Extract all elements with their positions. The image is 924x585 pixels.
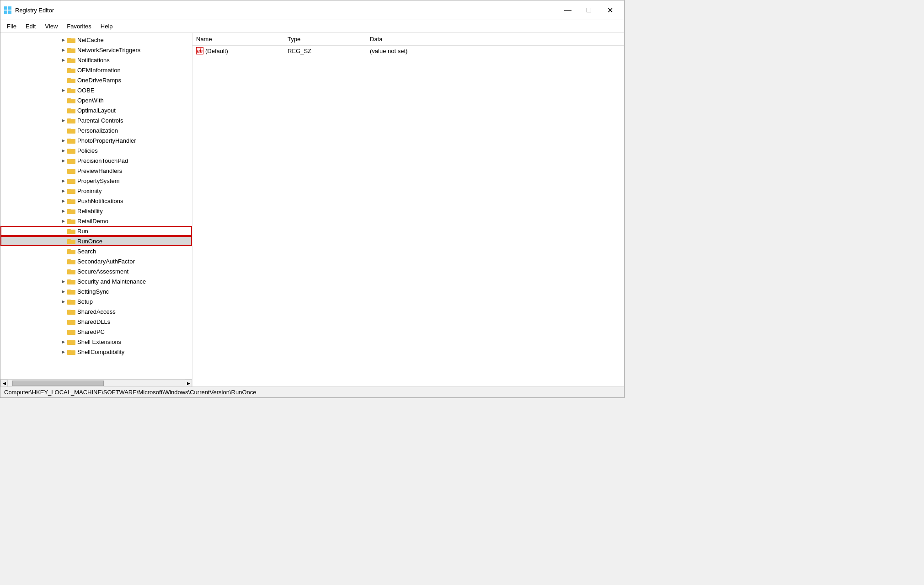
tree-item-label: PushNotifications	[77, 198, 123, 204]
expand-btn[interactable]: ▶	[60, 117, 67, 124]
tree-item[interactable]: Run	[0, 226, 192, 236]
tree-item[interactable]: ▶Parental Controls	[0, 115, 192, 125]
expand-btn[interactable]: ▶	[60, 288, 67, 295]
tree-item[interactable]: Personalization	[0, 125, 192, 135]
expand-btn[interactable]	[60, 227, 67, 235]
tree-item[interactable]: ▶NetworkServiceTriggers	[0, 45, 192, 55]
expand-btn[interactable]: ▶	[60, 56, 67, 64]
expand-btn[interactable]	[60, 76, 67, 84]
tree-item[interactable]: SharedDLLs	[0, 317, 192, 327]
expand-btn[interactable]	[60, 107, 67, 114]
status-bar: Computer\HKEY_LOCAL_MACHINE\SOFTWARE\Mic…	[0, 386, 624, 397]
expand-btn[interactable]: ▶	[60, 207, 67, 215]
h-scroll-thumb[interactable]	[12, 381, 104, 386]
tree-item[interactable]: OpenWith	[0, 95, 192, 105]
folder-icon	[67, 97, 75, 103]
expand-btn[interactable]	[60, 66, 67, 74]
expand-btn[interactable]	[60, 237, 67, 245]
expand-btn[interactable]: ▶	[60, 338, 67, 345]
expand-btn[interactable]: ▶	[60, 278, 67, 285]
svg-rect-13	[67, 79, 75, 83]
menu-favorites[interactable]: Favorites	[62, 21, 96, 32]
tree-item[interactable]: PreviewHandlers	[0, 166, 192, 176]
tree-item[interactable]: ▶ShellCompatibility	[0, 347, 192, 357]
menu-help[interactable]: Help	[96, 21, 118, 32]
close-button[interactable]: ✕	[599, 3, 620, 17]
expand-btn[interactable]	[60, 167, 67, 174]
tree-item[interactable]: OptimalLayout	[0, 105, 192, 115]
menu-edit[interactable]: Edit	[21, 21, 40, 32]
tree-item[interactable]: ▶PushNotifications	[0, 196, 192, 206]
folder-icon	[67, 157, 75, 164]
folder-icon	[67, 47, 75, 53]
expand-btn[interactable]: ▶	[60, 137, 67, 144]
tree-item[interactable]: ▶SettingSync	[0, 286, 192, 296]
tree-item[interactable]: ▶Proximity	[0, 186, 192, 196]
expand-btn[interactable]: ▶	[60, 46, 67, 54]
expand-btn[interactable]	[60, 318, 67, 325]
tree-item[interactable]: ▶OOBE	[0, 85, 192, 95]
minimize-button[interactable]: —	[557, 3, 578, 17]
tree-item[interactable]: ▶Setup	[0, 296, 192, 306]
reg-value-icon: ab	[196, 47, 203, 54]
menu-view[interactable]: View	[40, 21, 62, 32]
expand-btn[interactable]: ▶	[60, 187, 67, 194]
maximize-button[interactable]: □	[578, 3, 599, 17]
tree-item-label: Proximity	[77, 188, 101, 194]
tree-item[interactable]: ▶RetailDemo	[0, 216, 192, 226]
tree-item[interactable]: SecondaryAuthFactor	[0, 256, 192, 266]
tree-item[interactable]: SecureAssessment	[0, 266, 192, 276]
folder-icon	[67, 77, 75, 83]
folder-icon	[67, 349, 75, 355]
expand-btn[interactable]: ▶	[60, 177, 67, 184]
expand-btn[interactable]	[60, 258, 67, 265]
expand-btn[interactable]	[60, 97, 67, 104]
expand-btn[interactable]: ▶	[60, 86, 67, 94]
folder-icon	[67, 107, 75, 113]
tree-item[interactable]: ▶Policies	[0, 145, 192, 156]
tree-item[interactable]: ▶NetCache	[0, 35, 192, 45]
tree-item[interactable]: ▶PrecisionTouchPad	[0, 156, 192, 166]
folder-icon	[67, 248, 75, 254]
expand-btn[interactable]: ▶	[60, 197, 67, 204]
expand-btn[interactable]	[60, 268, 67, 275]
left-horizontal-scroll[interactable]: ◀ ▶	[0, 379, 192, 386]
menu-file[interactable]: File	[2, 21, 21, 32]
expand-btn[interactable]: ▶	[60, 147, 67, 154]
tree-item[interactable]: OEMInformation	[0, 65, 192, 75]
tree-item[interactable]: ▶PropertySystem	[0, 176, 192, 186]
expand-btn[interactable]: ▶	[60, 298, 67, 305]
expand-btn[interactable]: ▶	[60, 157, 67, 164]
expand-btn[interactable]	[60, 308, 67, 315]
table-row[interactable]: ab(Default)REG_SZ(value not set)	[192, 46, 624, 56]
tree-item[interactable]: ▶Security and Maintenance	[0, 276, 192, 286]
tree-item-label: Search	[77, 248, 96, 255]
tree-item[interactable]: ▶Notifications	[0, 55, 192, 65]
expand-btn[interactable]	[60, 247, 67, 255]
tree-item-label: RunOnce	[77, 238, 102, 245]
tree-item[interactable]: SharedAccess	[0, 306, 192, 317]
expand-btn[interactable]: ▶	[60, 348, 67, 355]
tree-item[interactable]: ▶Shell Extensions	[0, 337, 192, 347]
folder-icon	[67, 298, 75, 305]
col-header-data: Data	[366, 35, 624, 43]
expand-btn[interactable]: ▶	[60, 36, 67, 43]
expand-btn[interactable]: ▶	[60, 217, 67, 225]
tree-container[interactable]: ▶NetCache▶NetworkServiceTriggers▶Notific…	[0, 33, 192, 379]
right-panel: Name Type Data ab(Default)REG_SZ(value n…	[192, 33, 624, 386]
tree-item[interactable]: RunOnce	[0, 236, 192, 246]
expand-btn[interactable]	[60, 328, 67, 335]
scroll-left-btn[interactable]: ◀	[0, 380, 8, 387]
tree-item[interactable]: OneDriveRamps	[0, 75, 192, 85]
tree-item-label: SharedPC	[77, 328, 105, 335]
tree-item[interactable]: ▶PhotoPropertyHandler	[0, 135, 192, 145]
expand-btn[interactable]	[60, 127, 67, 134]
h-scroll-track[interactable]	[8, 380, 185, 386]
tree-item[interactable]: Search	[0, 246, 192, 256]
tree-item-label: NetCache	[77, 37, 104, 43]
svg-rect-47	[67, 250, 75, 254]
app-icon	[4, 6, 11, 14]
tree-item[interactable]: ▶Reliability	[0, 206, 192, 216]
scroll-right-btn[interactable]: ▶	[185, 380, 192, 387]
tree-item[interactable]: SharedPC	[0, 327, 192, 337]
